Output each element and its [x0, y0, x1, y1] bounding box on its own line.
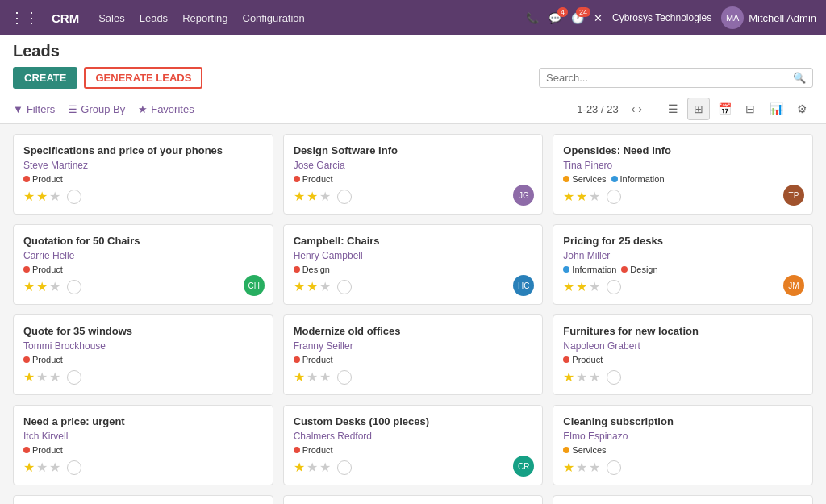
star-rating[interactable]: ★★★	[294, 460, 331, 475]
star-rating[interactable]: ★★★	[23, 279, 60, 294]
star-3[interactable]: ★	[319, 369, 331, 385]
partial-kanban-card[interactable]: Office chairs	[13, 495, 273, 504]
star-1[interactable]: ★	[23, 189, 35, 204]
star-3[interactable]: ★	[589, 369, 600, 385]
kanban-view-icon[interactable]: ⊞	[687, 98, 710, 120]
kanban-card[interactable]: Modernize old offices Franny Seiller Pro…	[283, 314, 544, 395]
priority-button[interactable]	[337, 370, 352, 385]
kanban-card[interactable]: Pricing for 25 desks John Miller Informa…	[553, 224, 813, 305]
nav-reporting[interactable]: Reporting	[182, 12, 227, 24]
card-person[interactable]: Elmo Espinazo	[563, 431, 803, 442]
kanban-card[interactable]: Quote for 35 windows Tommi Brockhouse Pr…	[13, 314, 273, 395]
partial-kanban-card[interactable]: Design New Shelves	[283, 495, 544, 504]
chat-icon[interactable]: 💬4	[549, 12, 561, 24]
star-1[interactable]: ★	[23, 369, 35, 385]
card-person[interactable]: Jose Garcia	[294, 160, 533, 171]
star-2[interactable]: ★	[576, 189, 587, 204]
star-2[interactable]: ★	[307, 189, 318, 204]
star-rating[interactable]: ★★★	[23, 460, 60, 475]
list-view-icon[interactable]: ☰	[661, 98, 684, 120]
kanban-card[interactable]: Quotation for 50 Chairs Carrie Helle Pro…	[13, 224, 273, 305]
user-info[interactable]: MA Mitchell Admin	[721, 6, 816, 29]
phone-icon[interactable]: 📞	[526, 12, 539, 24]
star-3[interactable]: ★	[319, 279, 331, 294]
kanban-card[interactable]: Cleaning subscription Elmo Espinazo Serv…	[553, 405, 813, 485]
card-person[interactable]: Chalmers Redford	[294, 431, 533, 442]
partial-kanban-card[interactable]: Branded Furniture	[553, 495, 813, 504]
star-1[interactable]: ★	[294, 279, 305, 294]
star-3[interactable]: ★	[49, 460, 60, 475]
prev-page-button[interactable]: ‹	[632, 102, 636, 115]
star-1[interactable]: ★	[563, 369, 574, 385]
star-2[interactable]: ★	[36, 369, 48, 385]
kanban-card[interactable]: Need a price: urgent Itch Kirvell Produc…	[13, 405, 273, 485]
groupby-button[interactable]: ☰ Group By	[68, 103, 125, 115]
star-3[interactable]: ★	[49, 279, 60, 294]
create-button[interactable]: CREATE	[13, 67, 77, 89]
star-3[interactable]: ★	[319, 460, 331, 475]
card-person[interactable]: Tina Pinero	[563, 160, 803, 171]
star-rating[interactable]: ★★★	[563, 369, 600, 385]
nav-leads[interactable]: Leads	[140, 12, 168, 24]
star-1[interactable]: ★	[563, 460, 574, 475]
favorites-button[interactable]: ★ Favorites	[138, 103, 194, 115]
star-1[interactable]: ★	[294, 369, 305, 385]
grid-icon[interactable]: ⋮⋮	[10, 9, 39, 27]
kanban-card[interactable]: Campbell: Chairs Henry Campbell Design ★…	[283, 224, 544, 305]
priority-button[interactable]	[67, 190, 81, 204]
star-2[interactable]: ★	[36, 279, 48, 294]
star-rating[interactable]: ★★★	[563, 189, 600, 204]
star-rating[interactable]: ★★★	[563, 279, 600, 294]
generate-leads-button[interactable]: GENERATE LEADS	[84, 67, 202, 89]
star-2[interactable]: ★	[307, 460, 318, 475]
star-1[interactable]: ★	[294, 460, 305, 475]
priority-button[interactable]	[607, 460, 621, 475]
card-person[interactable]: Carrie Helle	[23, 250, 263, 261]
priority-button[interactable]	[607, 280, 621, 294]
search-input[interactable]	[546, 72, 793, 84]
kanban-card[interactable]: Specifications and price of your phones …	[13, 134, 273, 215]
chart-view-icon[interactable]: 📊	[765, 98, 787, 120]
star-rating[interactable]: ★★★	[294, 369, 331, 385]
search-icon[interactable]: 🔍	[793, 72, 806, 84]
star-2[interactable]: ★	[307, 369, 318, 385]
priority-button[interactable]	[607, 370, 621, 385]
star-2[interactable]: ★	[576, 279, 587, 294]
star-rating[interactable]: ★★★	[294, 279, 331, 294]
calendar-view-icon[interactable]: 📅	[713, 98, 736, 120]
nav-sales[interactable]: Sales	[98, 12, 125, 24]
priority-button[interactable]	[67, 280, 81, 294]
filters-button[interactable]: ▼ Filters	[13, 103, 55, 115]
priority-button[interactable]	[67, 460, 81, 475]
priority-button[interactable]	[337, 460, 352, 475]
star-rating[interactable]: ★★★	[563, 460, 600, 475]
star-1[interactable]: ★	[23, 460, 35, 475]
settings-view-icon[interactable]: ⚙	[791, 98, 813, 120]
priority-button[interactable]	[67, 370, 81, 385]
card-person[interactable]: Tommi Brockhouse	[23, 340, 263, 352]
star-2[interactable]: ★	[36, 460, 48, 475]
priority-button[interactable]	[337, 280, 352, 294]
close-icon[interactable]: ✕	[594, 12, 603, 24]
priority-button[interactable]	[337, 190, 352, 204]
star-2[interactable]: ★	[576, 369, 587, 385]
kanban-card[interactable]: Design Software Info Jose Garcia Product…	[283, 134, 544, 215]
kanban-card[interactable]: Furnitures for new location Napoleon Gra…	[553, 314, 813, 395]
priority-button[interactable]	[607, 190, 621, 204]
card-person[interactable]: Henry Campbell	[294, 250, 533, 261]
next-page-button[interactable]: ›	[638, 102, 642, 115]
card-person[interactable]: Franny Seiller	[294, 340, 533, 352]
clock-icon[interactable]: 🕐24	[571, 12, 584, 24]
star-3[interactable]: ★	[589, 460, 600, 475]
star-2[interactable]: ★	[576, 460, 587, 475]
card-person[interactable]: Napoleon Grabert	[563, 340, 803, 352]
star-3[interactable]: ★	[319, 189, 331, 204]
star-3[interactable]: ★	[589, 189, 600, 204]
star-3[interactable]: ★	[49, 189, 60, 204]
kanban-card[interactable]: Custom Desks (100 pieces) Chalmers Redfo…	[283, 405, 544, 485]
card-person[interactable]: John Miller	[563, 250, 803, 261]
card-person[interactable]: Itch Kirvell	[23, 431, 263, 442]
star-2[interactable]: ★	[307, 279, 318, 294]
card-person[interactable]: Steve Martinez	[23, 160, 263, 171]
star-rating[interactable]: ★★★	[23, 369, 60, 385]
